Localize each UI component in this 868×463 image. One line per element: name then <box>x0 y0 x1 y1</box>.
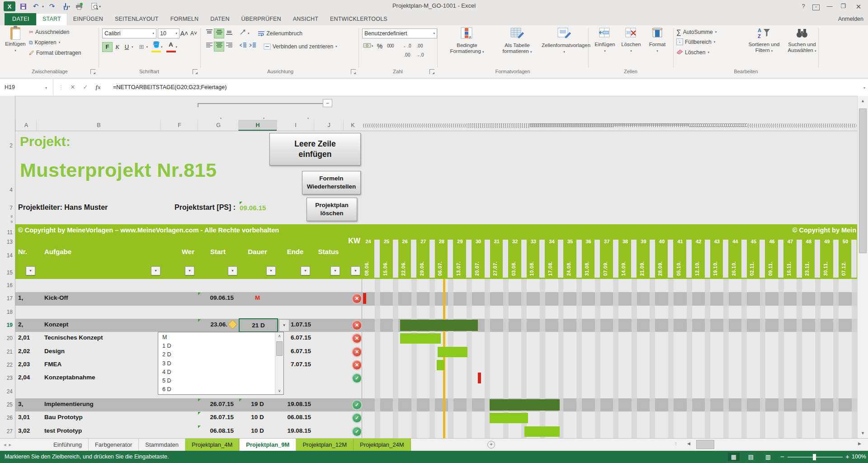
insert-empty-row-button[interactable]: Leere Zeile einfügen <box>269 133 361 165</box>
normal-view-icon[interactable]: ▦ <box>728 453 740 461</box>
fill-color-icon[interactable]: 🪣 <box>151 42 161 52</box>
cell-styles-button[interactable]: Zellenformatvorlagen▾ <box>542 27 587 55</box>
number-dialog-launcher-icon[interactable] <box>429 69 434 74</box>
dropdown-item[interactable]: 2 D <box>158 350 275 359</box>
copy-button[interactable]: ⧉ Kopieren▾ <box>29 39 60 46</box>
table-row-24[interactable] <box>15 385 857 398</box>
increase-decimal-icon[interactable]: ←.0.00 <box>401 42 414 51</box>
scroll-up-icon[interactable]: ∧ <box>275 334 283 338</box>
filter-who-button[interactable]: ▼ <box>185 266 194 275</box>
insert-cells-button[interactable]: Einfügen▾ <box>592 27 618 54</box>
sheet-tab-projektplan_4m[interactable]: Projektplan_4M <box>185 439 239 451</box>
outline-collapse-button[interactable]: − <box>323 99 332 107</box>
decrease-indent-icon[interactable] <box>238 42 248 51</box>
page-layout-view-icon[interactable]: ▤ <box>745 453 757 461</box>
table-row-19[interactable]: 2,Konzept23.06.1.07.15✕ <box>15 319 857 332</box>
conditional-formatting-button[interactable]: ≠ Bedingte Formatierung ▾ <box>442 27 492 55</box>
ribbon-tab-einfügen[interactable]: EINFÜGEN <box>67 13 109 25</box>
filter-status-button[interactable]: ▼ <box>330 266 340 275</box>
font-size-select[interactable]: 10▾ <box>158 28 179 38</box>
thousands-icon[interactable]: 000 <box>385 42 396 51</box>
table-row-18[interactable] <box>15 306 857 319</box>
help-icon[interactable]: ? <box>797 3 809 9</box>
row-header-7[interactable]: 7 <box>9 205 13 211</box>
project-start-date[interactable]: 09.06.15 <box>240 204 266 212</box>
format-painter-button[interactable]: 🖉 Format übertragen <box>29 50 81 56</box>
ribbon-display-icon[interactable]: ˄ <box>810 3 822 10</box>
delete-cells-button[interactable]: Löschen▾ <box>618 27 644 54</box>
row-header-25[interactable]: 25 <box>7 402 13 408</box>
dropdown-item[interactable]: 4 D <box>158 368 275 377</box>
row-header-23[interactable]: 23 <box>7 375 13 381</box>
add-sheet-button[interactable]: + <box>487 441 495 449</box>
decrease-decimal-icon[interactable]: .00→.0 <box>414 42 426 51</box>
minimize-icon[interactable]: — <box>824 3 835 9</box>
table-row-17[interactable]: 1,Kick-Off09.06.15M✕ <box>15 292 857 305</box>
filter-duration-button[interactable]: ▼ <box>266 266 276 275</box>
align-middle-icon[interactable] <box>214 28 224 38</box>
name-box-caret-icon[interactable]: ▾ <box>45 86 47 90</box>
underline-caret-icon[interactable]: ▾ <box>132 45 133 49</box>
row-header-27[interactable]: 27 <box>7 428 13 435</box>
formula-bar-expand-icon[interactable]: ▾ <box>863 86 865 90</box>
horizontal-scrollbar[interactable]: ◀ ▶ <box>683 440 864 449</box>
increase-indent-icon[interactable] <box>248 42 257 51</box>
restore-icon[interactable]: ❐ <box>837 3 849 9</box>
orientation-caret-icon[interactable]: ▾ <box>248 32 250 35</box>
sort-filter-button[interactable]: AZ Sortieren und Filtern ▾ <box>745 27 783 54</box>
table-row-16[interactable] <box>15 279 857 292</box>
orientation-icon[interactable] <box>238 29 248 38</box>
font-color-caret-icon[interactable]: ▾ <box>176 45 178 49</box>
table-row-25[interactable]: 3,Implementierung26.07.1519 D19.08.15✓ <box>15 398 857 411</box>
fill-button[interactable]: ↓ Füllbereich▾ <box>676 38 715 45</box>
table-row-26[interactable]: 3,01Bau Prototyp26.07.1510 D06.08.15✓ <box>15 411 857 425</box>
underline-button[interactable]: U <box>122 43 132 52</box>
bold-button[interactable]: F <box>102 42 113 52</box>
table-row-21[interactable]: 2,02Design6.07.15✕ <box>15 345 857 359</box>
sheet-tab-einführung[interactable]: Einführung <box>47 439 89 451</box>
filter-start-button[interactable]: ▼ <box>228 266 237 275</box>
align-left-icon[interactable] <box>204 42 214 51</box>
decrease-font-icon[interactable]: A˅ <box>189 29 198 38</box>
table-row-20[interactable]: 2,01Tecnisches Konzept6.07.15✕ <box>15 332 857 345</box>
sheet-nav-arrows[interactable]: ◂▸ <box>4 439 14 451</box>
ribbon-tab-daten[interactable]: DATEN <box>204 13 235 25</box>
borders-caret-icon[interactable]: ▾ <box>146 45 148 49</box>
filter-task-button[interactable]: ▼ <box>151 266 160 275</box>
table-row-23[interactable]: 2,04Konzeptabnahme✓ <box>15 372 857 385</box>
dropdown-item[interactable]: 6 D <box>158 385 275 394</box>
ribbon-tab-start[interactable]: START <box>36 13 67 25</box>
column-header-H[interactable]: H <box>238 120 277 131</box>
zoom-level[interactable]: 100% <box>852 451 866 463</box>
row-header-14[interactable]: 14 <box>7 252 13 259</box>
ribbon-tab-seitenlayout[interactable]: SEITENLAYOUT <box>109 13 165 25</box>
scroll-left-icon[interactable]: ◀ <box>684 441 694 446</box>
zoom-in-icon[interactable]: + <box>845 451 849 463</box>
scroll-down-icon[interactable]: ▼ <box>858 431 868 435</box>
vertical-scrollbar[interactable]: ▲ ▼ <box>857 96 868 438</box>
row-header-4[interactable]: 4 <box>9 187 13 193</box>
formula-input[interactable]: =NETTOARBEITSTAGE(G20;G23;Feiertage) <box>113 79 226 95</box>
fill-caret-icon[interactable]: ▾ <box>161 45 163 49</box>
tab-splitter-dots-icon[interactable]: ⁞ <box>675 442 677 446</box>
column-header-F[interactable]: F <box>160 120 198 131</box>
column-header-B[interactable]: B <box>36 120 161 131</box>
align-center-icon[interactable] <box>214 42 224 52</box>
cancel-icon[interactable]: ✕ <box>67 79 79 95</box>
active-cell-dropdown-icon[interactable]: ▼ <box>279 319 289 331</box>
vertical-scroll-thumb[interactable] <box>859 109 867 253</box>
borders-icon[interactable]: ⊞ <box>137 43 146 52</box>
ribbon-tab-überprüfen[interactable]: ÜBERPRÜFEN <box>236 13 287 25</box>
clipboard-dialog-launcher-icon[interactable] <box>90 69 95 74</box>
ribbon-tab-formeln[interactable]: FORMELN <box>165 13 205 25</box>
horizontal-scroll-thumb[interactable] <box>696 440 714 449</box>
scroll-thumb[interactable] <box>276 341 283 356</box>
enter-icon[interactable]: ✓ <box>80 79 91 95</box>
italic-button[interactable]: K <box>113 43 122 52</box>
row-header-17[interactable]: 17 <box>7 295 13 302</box>
column-header-K[interactable]: K <box>343 120 362 131</box>
align-top-icon[interactable] <box>204 29 214 38</box>
format-cells-button[interactable]: Format▾ <box>645 27 670 54</box>
filter-end-button[interactable]: ▼ <box>301 266 310 275</box>
merge-center-button[interactable]: Verbinden und zentrieren▾ <box>264 43 337 50</box>
